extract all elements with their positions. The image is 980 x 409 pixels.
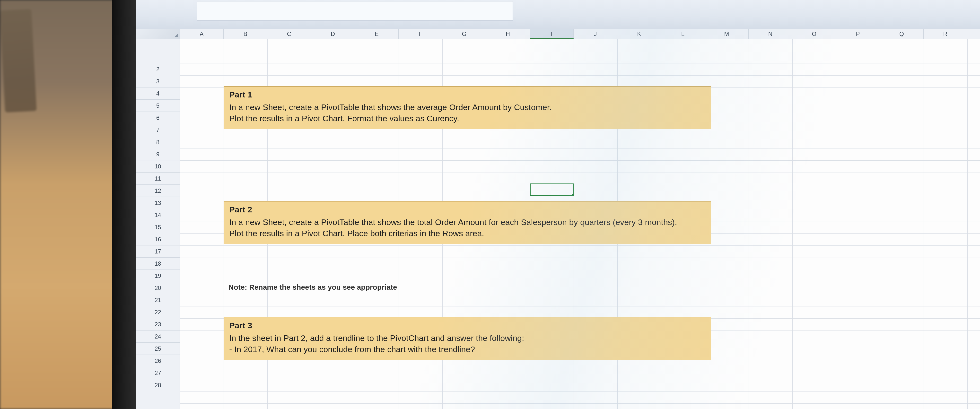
column-header-N[interactable]: N <box>749 29 792 39</box>
row-header-1[interactable] <box>136 39 180 63</box>
column-header-M[interactable]: M <box>705 29 749 39</box>
row-header-27[interactable]: 27 <box>136 367 180 379</box>
column-header-R[interactable]: R <box>924 29 967 39</box>
select-all-corner[interactable] <box>136 29 180 39</box>
row-header-25[interactable]: 25 <box>136 343 180 355</box>
row-header-16[interactable]: 16 <box>136 233 180 245</box>
cells-area[interactable]: Part 1 In a new Sheet, create a PivotTab… <box>180 39 980 409</box>
monitor-bezel <box>112 0 136 409</box>
part1-title: Part 1 <box>229 90 705 99</box>
row-header-11[interactable]: 11 <box>136 173 180 185</box>
row-header-20[interactable]: 20 <box>136 282 180 294</box>
photo-background <box>0 0 121 409</box>
row-header-21[interactable]: 21 <box>136 294 180 306</box>
row-header-24[interactable]: 24 <box>136 331 180 343</box>
column-header-B[interactable]: B <box>224 29 267 39</box>
part3-body: In the sheet in Part 2, add a trendline … <box>229 333 705 355</box>
row-header-14[interactable]: 14 <box>136 209 180 221</box>
column-header-A[interactable]: A <box>180 29 224 39</box>
row-header-28[interactable]: 28 <box>136 379 180 391</box>
column-header-F[interactable]: F <box>399 29 442 39</box>
excel-window: ABCDEFGHIJKLMNOPQR 234567891011121314151… <box>136 0 980 409</box>
column-header-P[interactable]: P <box>836 29 880 39</box>
column-header-D[interactable]: D <box>311 29 355 39</box>
column-header-G[interactable]: G <box>442 29 486 39</box>
column-headers[interactable]: ABCDEFGHIJKLMNOPQR <box>180 29 980 39</box>
column-header-H[interactable]: H <box>486 29 530 39</box>
column-header-O[interactable]: O <box>792 29 836 39</box>
column-header-C[interactable]: C <box>267 29 311 39</box>
row-header-5[interactable]: 5 <box>136 100 180 112</box>
column-header-E[interactable]: E <box>355 29 399 39</box>
row-header-4[interactable]: 4 <box>136 88 180 100</box>
row-header-13[interactable]: 13 <box>136 197 180 209</box>
note-text: Note: Rename the sheets as you see appro… <box>229 283 397 291</box>
row-header-22[interactable]: 22 <box>136 306 180 318</box>
instructions-part1: Part 1 In a new Sheet, create a PivotTab… <box>224 86 711 129</box>
ribbon-area[interactable] <box>136 0 980 29</box>
row-header-3[interactable]: 3 <box>136 75 180 88</box>
column-header-Q[interactable]: Q <box>880 29 924 39</box>
part3-title: Part 3 <box>229 321 705 330</box>
row-header-8[interactable]: 8 <box>136 136 180 148</box>
row-header-12[interactable]: 12 <box>136 185 180 197</box>
row-header-2[interactable]: 2 <box>136 63 180 75</box>
instructions-part3: Part 3 In the sheet in Part 2, add a tre… <box>224 317 711 360</box>
part2-title: Part 2 <box>229 205 705 214</box>
row-header-10[interactable]: 10 <box>136 161 180 173</box>
row-header-7[interactable]: 7 <box>136 124 180 136</box>
part2-body: In a new Sheet, create a PivotTable that… <box>229 217 705 239</box>
instructions-part2: Part 2 In a new Sheet, create a PivotTab… <box>224 201 711 244</box>
row-header-18[interactable]: 18 <box>136 258 180 270</box>
column-header-I[interactable]: I <box>530 29 574 39</box>
row-header-17[interactable]: 17 <box>136 245 180 258</box>
ribbon-group[interactable] <box>197 1 513 21</box>
worksheet[interactable]: ABCDEFGHIJKLMNOPQR 234567891011121314151… <box>136 29 980 409</box>
row-headers[interactable]: 2345678910111213141516171819202122232425… <box>136 39 180 409</box>
row-header-26[interactable]: 26 <box>136 355 180 367</box>
row-header-9[interactable]: 9 <box>136 148 180 161</box>
column-header-K[interactable]: K <box>617 29 661 39</box>
column-header-J[interactable]: J <box>574 29 617 39</box>
part1-body: In a new Sheet, create a PivotTable that… <box>229 102 705 124</box>
row-header-15[interactable]: 15 <box>136 221 180 233</box>
row-header-23[interactable]: 23 <box>136 318 180 331</box>
row-header-19[interactable]: 19 <box>136 270 180 282</box>
row-header-6[interactable]: 6 <box>136 112 180 124</box>
column-header-L[interactable]: L <box>661 29 705 39</box>
